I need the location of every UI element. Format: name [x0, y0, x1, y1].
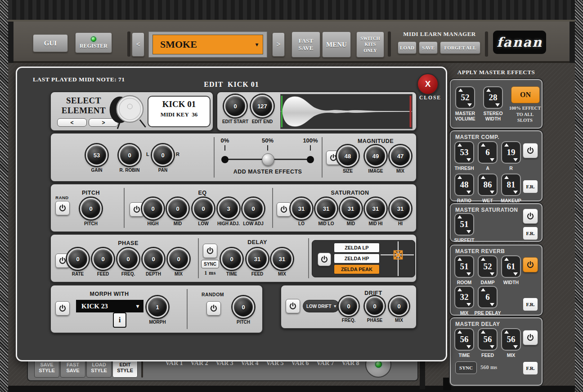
stepper-up-icon[interactable] [481, 288, 485, 291]
stepper-label: STEREO WIDTH [479, 111, 507, 121]
waveform-display[interactable] [280, 94, 413, 129]
stepper-down-icon[interactable] [513, 345, 518, 348]
master-delay-power-button[interactable] [523, 330, 538, 345]
stepper-up-icon[interactable] [457, 288, 462, 291]
stepper-down-icon[interactable] [513, 191, 518, 194]
knob-mix[interactable]: 31MIX [266, 248, 298, 276]
stepper-up-icon[interactable] [504, 330, 509, 334]
power-icon [526, 334, 534, 342]
stepper-up-icon[interactable] [504, 176, 509, 179]
knob-edit-end[interactable]: 127EDIT END [247, 95, 278, 124]
stepper-up-icon[interactable] [486, 89, 491, 92]
fanan-logo: fanan [493, 31, 546, 54]
element-name: KICK 01 [148, 99, 210, 109]
master-saturation-power-button[interactable] [523, 209, 538, 224]
stepper-down-icon[interactable] [495, 103, 500, 107]
gui-button[interactable]: GUI [33, 34, 68, 52]
switch-kits-only-button[interactable]: SWITCH KITS ONLY [356, 31, 384, 58]
stepper-master-volume[interactable]: 52 [455, 86, 475, 109]
preset-select[interactable]: SMOKE ▾ [152, 35, 263, 54]
stepper-makeup[interactable]: 81 [501, 174, 521, 196]
zelda-filter-panel: ZELDA LP ZELDA HP ZELDA PEAK [312, 240, 415, 277]
stepper-pre-delay[interactable]: 6 [478, 286, 498, 308]
master-comp-fr-button[interactable]: F.R. [523, 180, 538, 193]
stepper-down-icon[interactable] [466, 230, 471, 233]
dialog-title: EDIT KICK 01 [17, 80, 446, 89]
stepper-time[interactable]: 56 [454, 328, 474, 351]
stepper-up-icon[interactable] [457, 330, 462, 334]
close-button[interactable]: X [417, 73, 439, 95]
stepper-down-icon[interactable] [467, 103, 472, 107]
zelda-lp-button[interactable]: ZELDA LP [334, 243, 380, 253]
master-saturation-panel: MASTER SATURATION 51SURFEIT F.R. [450, 203, 543, 242]
menu-button[interactable]: MENU [322, 31, 351, 58]
stepper-down-icon[interactable] [466, 191, 471, 194]
stepper-feed[interactable]: 56 [478, 328, 498, 351]
element-display: KICK 01 MIDI KEY 36 [148, 96, 211, 127]
knob-label: HI [385, 221, 416, 226]
knob-label: SIZE [332, 169, 363, 174]
midi-learn-manager-title: MIDI LEARN MANAGER [398, 31, 481, 38]
toolbar-divider [485, 31, 488, 57]
stepper-down-icon[interactable] [490, 303, 494, 306]
close-label: CLOSE [419, 95, 441, 100]
stepper-label: MIX [497, 352, 525, 358]
master-comp-power-button[interactable] [523, 143, 538, 158]
stepper-up-icon[interactable] [457, 215, 462, 218]
power-icon [526, 212, 534, 220]
knob-label: EDIT END [247, 119, 278, 124]
close-x-icon: X [425, 79, 431, 89]
stepper-up-icon[interactable] [481, 330, 485, 334]
stepper-ratio[interactable]: 48 [454, 174, 474, 196]
preset-next-button[interactable]: > [272, 32, 285, 57]
zelda-peak-button[interactable]: ZELDA PEAK [334, 264, 380, 274]
fast-save-button[interactable]: FAST SAVE [292, 31, 320, 58]
stepper-down-icon[interactable] [466, 303, 471, 306]
toolbar-divider [127, 31, 130, 57]
right-rail [575, 0, 583, 392]
edit-region-panel: 0EDIT START127EDIT END [216, 91, 417, 131]
xy-marker-icon[interactable] [393, 249, 404, 260]
select-element-title: SELECT ELEMENT [54, 96, 113, 116]
stepper-up-icon[interactable] [481, 176, 485, 179]
knob-pitch[interactable]: 0PITCH [228, 296, 259, 325]
master-saturation-fr-button[interactable]: F.R. [523, 227, 538, 240]
zelda-hp-button[interactable]: ZELDA HP [334, 254, 380, 263]
master-delay-panel: MASTER DELAY 56TIME56FEED56MIX SYNC 560 … [450, 317, 543, 386]
stepper-stereo-width[interactable]: 28 [483, 86, 503, 109]
stepper-down-icon[interactable] [490, 345, 494, 348]
stepper-label: MAKEUP [497, 198, 525, 203]
stepper-label: SURFEIT [450, 237, 479, 243]
stepper-mix[interactable]: 56 [501, 328, 521, 351]
master-reverb-power-button[interactable] [523, 257, 538, 272]
register-button[interactable]: REGISTER [75, 32, 112, 53]
forget-all-button[interactable]: FORGET ALL [440, 41, 480, 54]
midi-learn-save-button[interactable]: SAVE [419, 41, 438, 54]
element-prev-button[interactable]: < [57, 118, 87, 127]
knob-size[interactable]: 48SIZE [332, 145, 363, 174]
effect-to-all-slots-note: 100% EFFECT TO ALL SLOTS [508, 105, 542, 124]
master-delay-fr-button[interactable]: F.R. [523, 361, 538, 375]
knob-mix[interactable]: 0MIX [383, 296, 415, 323]
knob-label: MIX [266, 272, 298, 276]
stepper-wet[interactable]: 86 [478, 174, 498, 196]
master-effects-on-button[interactable]: ON [511, 86, 540, 103]
stepper-down-icon[interactable] [466, 345, 471, 348]
zelda-xy-pad[interactable] [381, 241, 414, 276]
top-ornament-strip [8, 0, 575, 20]
kick-drum-image [108, 92, 149, 130]
master-delay-sync-button[interactable]: SYNC [455, 361, 477, 374]
pitch-eq-saturation-panel: RAND PITCH 0PITCH EQ 0HIGH0MID0LOW3HIGH … [50, 183, 417, 232]
stepper-down-icon[interactable] [490, 191, 494, 194]
master-reverb-fr-button[interactable]: F.R. [523, 298, 538, 311]
midi-learn-load-button[interactable]: LOAD [398, 41, 417, 54]
knob-mix[interactable]: 47MIX [385, 145, 416, 174]
knob-hi[interactable]: 31HI [385, 198, 416, 226]
toolbar-divider [388, 31, 391, 57]
zelda-power-button[interactable] [318, 253, 331, 266]
stepper-surfeit[interactable]: 51 [454, 213, 474, 236]
stepper-mix[interactable]: 32 [454, 286, 474, 308]
preset-prev-button[interactable]: < [132, 32, 144, 57]
stepper-up-icon[interactable] [457, 176, 462, 179]
stepper-up-icon[interactable] [458, 89, 463, 92]
